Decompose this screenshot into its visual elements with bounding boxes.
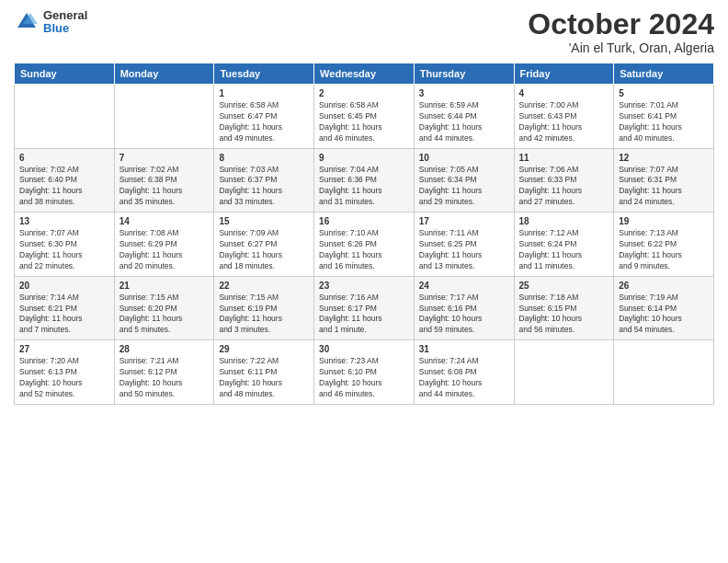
day-cell-5: 5Sunrise: 7:01 AM Sunset: 6:41 PM Daylig… xyxy=(614,85,714,149)
day-cell-14: 14Sunrise: 7:08 AM Sunset: 6:29 PM Dayli… xyxy=(114,213,214,277)
day-info: Sunrise: 7:22 AM Sunset: 6:11 PM Dayligh… xyxy=(219,356,309,400)
day-cell-17: 17Sunrise: 7:11 AM Sunset: 6:25 PM Dayli… xyxy=(414,213,514,277)
day-number: 18 xyxy=(519,216,609,226)
day-number: 16 xyxy=(319,216,409,226)
day-number: 19 xyxy=(619,216,709,226)
day-cell-11: 11Sunrise: 7:06 AM Sunset: 6:33 PM Dayli… xyxy=(514,148,614,213)
logo: General Blue xyxy=(14,9,87,36)
day-cell-16: 16Sunrise: 7:10 AM Sunset: 6:26 PM Dayli… xyxy=(314,213,415,277)
month-title: October 2024 xyxy=(528,9,714,39)
day-cell-7: 7Sunrise: 7:02 AM Sunset: 6:38 PM Daylig… xyxy=(114,148,214,213)
day-cell-21: 21Sunrise: 7:15 AM Sunset: 6:20 PM Dayli… xyxy=(114,276,214,340)
day-number: 31 xyxy=(419,344,509,354)
calendar: SundayMondayTuesdayWednesdayThursdayFrid… xyxy=(14,63,714,405)
day-info: Sunrise: 7:13 AM Sunset: 6:22 PM Dayligh… xyxy=(619,228,709,272)
day-number: 23 xyxy=(319,281,409,291)
day-number: 9 xyxy=(319,153,409,163)
day-cell-24: 24Sunrise: 7:17 AM Sunset: 6:16 PM Dayli… xyxy=(414,276,514,340)
empty-cell xyxy=(15,85,115,149)
day-cell-19: 19Sunrise: 7:13 AM Sunset: 6:22 PM Dayli… xyxy=(614,213,714,277)
day-cell-22: 22Sunrise: 7:15 AM Sunset: 6:19 PM Dayli… xyxy=(214,276,314,340)
day-number: 14 xyxy=(119,216,210,226)
day-info: Sunrise: 7:17 AM Sunset: 6:16 PM Dayligh… xyxy=(419,293,509,337)
page: General Blue October 2024 'Ain el Turk, … xyxy=(0,0,728,563)
day-cell-20: 20Sunrise: 7:14 AM Sunset: 6:21 PM Dayli… xyxy=(15,276,115,340)
day-cell-10: 10Sunrise: 7:05 AM Sunset: 6:34 PM Dayli… xyxy=(414,148,514,213)
day-header-friday: Friday xyxy=(514,63,614,85)
day-cell-23: 23Sunrise: 7:16 AM Sunset: 6:17 PM Dayli… xyxy=(314,276,415,340)
header: General Blue October 2024 'Ain el Turk, … xyxy=(14,9,714,55)
day-info: Sunrise: 6:58 AM Sunset: 6:47 PM Dayligh… xyxy=(219,100,309,144)
day-cell-4: 4Sunrise: 7:00 AM Sunset: 6:43 PM Daylig… xyxy=(514,85,614,149)
day-info: Sunrise: 7:15 AM Sunset: 6:19 PM Dayligh… xyxy=(219,293,309,337)
day-number: 7 xyxy=(119,153,210,163)
day-info: Sunrise: 6:59 AM Sunset: 6:44 PM Dayligh… xyxy=(419,100,509,144)
day-cell-15: 15Sunrise: 7:09 AM Sunset: 6:27 PM Dayli… xyxy=(214,213,314,277)
day-number: 8 xyxy=(219,153,309,163)
day-number: 6 xyxy=(19,153,109,163)
day-number: 4 xyxy=(519,88,609,98)
day-info: Sunrise: 7:04 AM Sunset: 6:36 PM Dayligh… xyxy=(319,165,409,209)
day-cell-1: 1Sunrise: 6:58 AM Sunset: 6:47 PM Daylig… xyxy=(214,85,314,149)
day-cell-27: 27Sunrise: 7:20 AM Sunset: 6:13 PM Dayli… xyxy=(15,340,115,405)
day-number: 3 xyxy=(419,88,509,98)
day-cell-13: 13Sunrise: 7:07 AM Sunset: 6:30 PM Dayli… xyxy=(15,213,115,277)
day-number: 2 xyxy=(319,88,409,98)
week-row-2: 6Sunrise: 7:02 AM Sunset: 6:40 PM Daylig… xyxy=(15,148,714,213)
day-cell-25: 25Sunrise: 7:18 AM Sunset: 6:15 PM Dayli… xyxy=(514,276,614,340)
day-cell-18: 18Sunrise: 7:12 AM Sunset: 6:24 PM Dayli… xyxy=(514,213,614,277)
day-cell-26: 26Sunrise: 7:19 AM Sunset: 6:14 PM Dayli… xyxy=(614,276,714,340)
day-number: 1 xyxy=(219,88,309,98)
day-info: Sunrise: 7:02 AM Sunset: 6:40 PM Dayligh… xyxy=(19,165,109,209)
calendar-header-row: SundayMondayTuesdayWednesdayThursdayFrid… xyxy=(15,63,714,85)
location: 'Ain el Turk, Oran, Algeria xyxy=(528,40,714,55)
day-header-tuesday: Tuesday xyxy=(214,63,314,85)
day-info: Sunrise: 7:24 AM Sunset: 6:08 PM Dayligh… xyxy=(419,356,509,400)
day-cell-30: 30Sunrise: 7:23 AM Sunset: 6:10 PM Dayli… xyxy=(314,340,415,405)
day-cell-9: 9Sunrise: 7:04 AM Sunset: 6:36 PM Daylig… xyxy=(314,148,415,213)
day-info: Sunrise: 7:15 AM Sunset: 6:20 PM Dayligh… xyxy=(119,293,210,337)
week-row-3: 13Sunrise: 7:07 AM Sunset: 6:30 PM Dayli… xyxy=(15,213,714,277)
day-number: 24 xyxy=(419,281,509,291)
empty-cell xyxy=(114,85,214,149)
day-info: Sunrise: 7:08 AM Sunset: 6:29 PM Dayligh… xyxy=(119,228,210,272)
day-number: 10 xyxy=(419,153,509,163)
day-number: 22 xyxy=(219,281,309,291)
day-number: 17 xyxy=(419,216,509,226)
day-cell-12: 12Sunrise: 7:07 AM Sunset: 6:31 PM Dayli… xyxy=(614,148,714,213)
day-cell-28: 28Sunrise: 7:21 AM Sunset: 6:12 PM Dayli… xyxy=(114,340,214,405)
day-cell-2: 2Sunrise: 6:58 AM Sunset: 6:45 PM Daylig… xyxy=(314,85,415,149)
day-number: 21 xyxy=(119,281,210,291)
day-number: 20 xyxy=(19,281,109,291)
day-info: Sunrise: 6:58 AM Sunset: 6:45 PM Dayligh… xyxy=(319,100,409,144)
day-number: 27 xyxy=(19,344,109,354)
logo-text: General Blue xyxy=(43,9,87,36)
day-info: Sunrise: 7:21 AM Sunset: 6:12 PM Dayligh… xyxy=(119,356,210,400)
logo-icon xyxy=(14,9,40,35)
day-number: 28 xyxy=(119,344,210,354)
day-number: 30 xyxy=(319,344,409,354)
title-area: October 2024 'Ain el Turk, Oran, Algeria xyxy=(528,9,714,55)
logo-general: General xyxy=(43,9,87,22)
day-info: Sunrise: 7:12 AM Sunset: 6:24 PM Dayligh… xyxy=(519,228,609,272)
week-row-4: 20Sunrise: 7:14 AM Sunset: 6:21 PM Dayli… xyxy=(15,276,714,340)
day-cell-29: 29Sunrise: 7:22 AM Sunset: 6:11 PM Dayli… xyxy=(214,340,314,405)
day-info: Sunrise: 7:16 AM Sunset: 6:17 PM Dayligh… xyxy=(319,293,409,337)
day-header-monday: Monday xyxy=(114,63,214,85)
day-number: 15 xyxy=(219,216,309,226)
day-info: Sunrise: 7:20 AM Sunset: 6:13 PM Dayligh… xyxy=(19,356,109,400)
day-cell-6: 6Sunrise: 7:02 AM Sunset: 6:40 PM Daylig… xyxy=(15,148,115,213)
day-header-wednesday: Wednesday xyxy=(314,63,415,85)
day-info: Sunrise: 7:07 AM Sunset: 6:31 PM Dayligh… xyxy=(619,165,709,209)
empty-cell xyxy=(614,340,714,405)
day-number: 26 xyxy=(619,281,709,291)
day-info: Sunrise: 7:18 AM Sunset: 6:15 PM Dayligh… xyxy=(519,293,609,337)
day-number: 13 xyxy=(19,216,109,226)
day-info: Sunrise: 7:05 AM Sunset: 6:34 PM Dayligh… xyxy=(419,165,509,209)
day-info: Sunrise: 7:14 AM Sunset: 6:21 PM Dayligh… xyxy=(19,293,109,337)
day-info: Sunrise: 7:02 AM Sunset: 6:38 PM Dayligh… xyxy=(119,165,210,209)
day-number: 11 xyxy=(519,153,609,163)
day-number: 29 xyxy=(219,344,309,354)
day-info: Sunrise: 7:23 AM Sunset: 6:10 PM Dayligh… xyxy=(319,356,409,400)
logo-blue: Blue xyxy=(43,22,87,35)
